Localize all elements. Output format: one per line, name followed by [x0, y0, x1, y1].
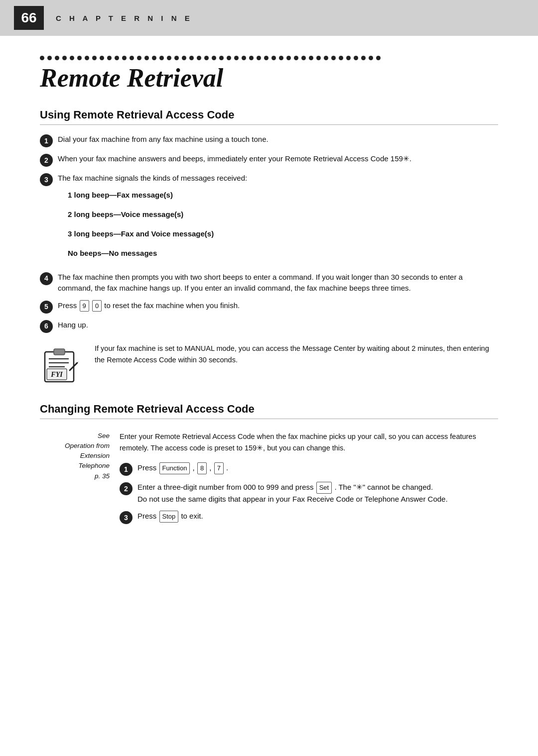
s2-step-1-before: Press: [137, 463, 159, 472]
key-set: Set: [316, 482, 332, 494]
decorative-dot: [40, 56, 44, 60]
decorative-dot: [189, 56, 194, 60]
page-title: Remote Retrieval: [40, 63, 498, 93]
comma1: ,: [193, 463, 197, 472]
s2-step-1: 1 Press Function , 8 , 7 .: [120, 462, 498, 476]
s2-step-2-text: Enter a three-digit number from 000 to 9…: [137, 483, 316, 491]
decorative-dot: [271, 56, 276, 60]
decorative-dot: [301, 56, 306, 60]
step-number-1: 1: [40, 134, 53, 147]
step-3-content: The fax machine signals the kinds of mes…: [58, 173, 498, 266]
decorative-dot: [159, 56, 164, 60]
s2-step-1-content: Press Function , 8 , 7 .: [137, 462, 498, 474]
decorative-dot: [361, 56, 366, 60]
step-3-text: The fax machine signals the kinds of mes…: [58, 174, 247, 182]
decorative-dot: [369, 56, 373, 60]
decorative-dot: [204, 56, 209, 60]
step-number-6: 6: [40, 320, 53, 333]
decorative-dot: [376, 56, 381, 60]
second-section: See Operation from Extension Telephone p…: [40, 431, 498, 534]
step-5: 5 Press 9 0 to reset the fax machine whe…: [40, 300, 498, 314]
decorative-dot: [92, 56, 97, 60]
fyi-icon: FYI: [40, 343, 85, 388]
section1-steps: 1 Dial your fax machine from any fax mac…: [40, 134, 498, 333]
decorative-dot: [331, 56, 336, 60]
s2-step-number-3: 3: [120, 511, 133, 524]
decorative-dot: [279, 56, 283, 60]
s2-step-3-content: Press Stop to exit.: [137, 511, 498, 523]
step-number-5: 5: [40, 301, 53, 314]
decorative-dot: [264, 56, 269, 60]
decorative-dot: [257, 56, 261, 60]
sidebar-line4: Telephone: [78, 462, 110, 469]
step-1: 1 Dial your fax machine from any fax mac…: [40, 134, 498, 147]
decorative-dot: [70, 56, 74, 60]
step-3: 3 The fax machine signals the kinds of m…: [40, 173, 498, 266]
s2-step-number-2: 2: [120, 482, 133, 495]
chapter-title: C H A P T E R N I N E: [56, 14, 193, 22]
s2-step-3: 3 Press Stop to exit.: [120, 511, 498, 524]
s2-step-2: 2 Enter a three-digit number from 000 to…: [120, 482, 498, 505]
decorative-dot: [77, 56, 82, 60]
decorative-dot: [107, 56, 112, 60]
decorative-dot: [249, 56, 254, 60]
decorative-dot: [309, 56, 313, 60]
decorative-dot: [324, 56, 328, 60]
decorative-dot: [115, 56, 119, 60]
step-6: 6 Hang up.: [40, 320, 498, 333]
step-2-text: When your fax machine answers and beeps,…: [58, 153, 498, 165]
decorative-dot: [167, 56, 171, 60]
decorative-dot: [294, 56, 298, 60]
page-content: Remote Retrieval Using Remote Retrieval …: [0, 36, 538, 563]
s2-step-1-after: .: [226, 463, 228, 472]
fyi-section: FYI If your fax machine is set to MANUAL…: [40, 343, 498, 388]
decorative-dot: [234, 56, 239, 60]
svg-rect-8: [54, 349, 65, 355]
decorative-dot: [242, 56, 246, 60]
decorative-dot: [130, 56, 134, 60]
key-function: Function: [159, 462, 190, 474]
section2-wrapper: Changing Remote Retrieval Access Code Se…: [40, 403, 498, 534]
step-number-3: 3: [40, 173, 53, 186]
sidebar-note: See Operation from Extension Telephone p…: [40, 431, 120, 534]
decorative-dot: [85, 56, 89, 60]
decorative-dot: [100, 56, 104, 60]
chapter-number: 66: [14, 6, 44, 30]
sidebar-line5: p. 35: [95, 472, 110, 480]
page-header: 66 C H A P T E R N I N E: [0, 0, 538, 36]
decorative-dot: [62, 56, 67, 60]
section2-main: Enter your Remote Retrieval Access Code …: [120, 431, 498, 534]
key-7: 7: [214, 462, 224, 474]
section1-heading: Using Remote Retrieval Access Code: [40, 108, 498, 125]
beep-item: 1 long beep—Fax message(s): [68, 188, 498, 202]
svg-text:FYI: FYI: [50, 371, 63, 378]
decorative-dot: [174, 56, 179, 60]
sidebar-line2: Operation from: [65, 442, 110, 449]
decorative-dot: [197, 56, 201, 60]
comma2: ,: [209, 463, 213, 472]
s2-step-3-after: to exit.: [181, 512, 203, 520]
s2-step-2-content: Enter a three-digit number from 000 to 9…: [137, 482, 498, 505]
step-6-text: Hang up.: [58, 320, 498, 331]
decorative-dot: [227, 56, 231, 60]
decorative-dot: [286, 56, 291, 60]
decorative-dot: [47, 56, 52, 60]
decorative-dot: [182, 56, 186, 60]
section2-steps: 1 Press Function , 8 , 7 . 2: [120, 462, 498, 524]
decorative-dot: [144, 56, 149, 60]
step-4: 4 The fax machine then prompts you with …: [40, 272, 498, 294]
decorative-dot: [152, 56, 156, 60]
section2-heading: Changing Remote Retrieval Access Code: [40, 403, 498, 419]
decorative-dot: [137, 56, 141, 60]
beep-item: 2 long beeps—Voice message(s): [68, 208, 498, 221]
beep-item: No beeps—No messages: [68, 246, 498, 260]
decorative-dot: [316, 56, 321, 60]
step-2: 2 When your fax machine answers and beep…: [40, 153, 498, 167]
decorative-dot: [55, 56, 59, 60]
s2-step-2-text2: . The "✳" cannot be changed.: [334, 483, 433, 491]
fyi-text: If your fax machine is set to MANUAL mod…: [95, 343, 498, 366]
step-4-text: The fax machine then prompts you with tw…: [58, 272, 498, 294]
decorative-dot: [122, 56, 127, 60]
decorative-dots: [40, 56, 498, 60]
decorative-dot: [212, 56, 216, 60]
